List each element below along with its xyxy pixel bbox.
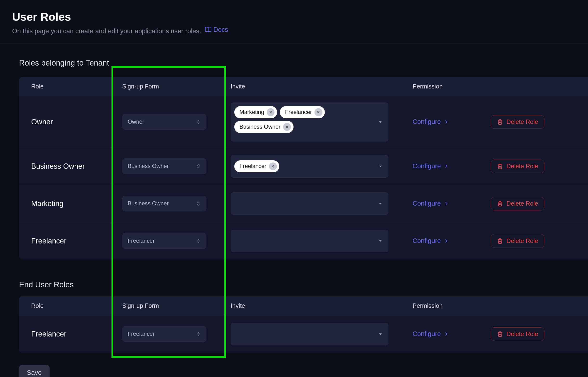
svg-marker-8 xyxy=(379,121,382,123)
role-name: Business Owner xyxy=(31,162,85,170)
delete-role-button[interactable]: Delete Role xyxy=(491,197,545,211)
page-title: User Roles xyxy=(12,10,228,24)
configure-link[interactable]: Configure xyxy=(413,237,450,245)
signup-select[interactable]: Freelancer xyxy=(122,326,206,342)
invite-tag: Business Owner xyxy=(234,121,294,133)
updown-icon xyxy=(196,238,201,244)
trash-icon xyxy=(497,331,503,337)
docs-link[interactable]: Docs xyxy=(205,26,228,34)
svg-marker-13 xyxy=(379,240,382,242)
role-name: Owner xyxy=(31,118,53,126)
chevron-right-icon xyxy=(443,119,449,125)
book-icon xyxy=(205,26,212,33)
section-title-tenant: Roles belonging to Tenant xyxy=(19,59,109,68)
remove-tag-icon[interactable] xyxy=(314,108,322,116)
invite-multiselect[interactable]: MarketingFreelancerBusiness Owner xyxy=(231,102,388,141)
caret-down-icon xyxy=(378,201,383,206)
invite-multiselect[interactable]: Freelancer xyxy=(231,155,388,178)
table-row: Business OwnerBusiness OwnerFreelancerCo… xyxy=(19,148,588,185)
signup-select[interactable]: Owner xyxy=(122,114,206,130)
configure-link[interactable]: Configure xyxy=(413,163,450,170)
updown-icon xyxy=(196,164,201,169)
updown-icon xyxy=(196,201,201,206)
remove-tag-icon[interactable] xyxy=(269,163,277,170)
col-signup: Sign-up Form xyxy=(110,296,218,315)
invite-tag: Freelancer xyxy=(234,160,279,172)
svg-marker-14 xyxy=(379,333,382,335)
invite-multiselect[interactable] xyxy=(231,230,388,252)
invite-tag: Freelancer xyxy=(280,106,325,118)
caret-down-icon xyxy=(378,238,383,244)
delete-role-button[interactable]: Delete Role xyxy=(491,234,545,247)
section-title-enduser: End User Roles xyxy=(19,280,74,289)
signup-select[interactable]: Business Owner xyxy=(122,158,206,174)
col-permission: Permission xyxy=(400,77,478,96)
delete-role-button[interactable]: Delete Role xyxy=(491,327,545,341)
caret-down-icon xyxy=(378,119,383,125)
page-subtitle: On this page you can create and edit you… xyxy=(12,26,228,35)
invite-tag: Marketing xyxy=(234,106,277,118)
trash-icon xyxy=(497,119,503,125)
configure-link[interactable]: Configure xyxy=(413,330,450,338)
updown-icon xyxy=(196,119,201,125)
col-invite: Invite xyxy=(218,77,400,96)
col-permission: Permission xyxy=(400,296,478,315)
col-role: Role xyxy=(19,77,110,96)
save-button[interactable]: Save xyxy=(19,365,49,377)
caret-down-icon xyxy=(378,331,383,337)
table-row: FreelancerFreelancerConfigureDelete Role xyxy=(19,315,588,353)
trash-icon xyxy=(497,163,503,169)
configure-link[interactable]: Configure xyxy=(413,200,450,207)
table-row: FreelancerFreelancerConfigureDelete Role xyxy=(19,222,588,259)
delete-role-button[interactable]: Delete Role xyxy=(491,115,545,129)
updown-icon xyxy=(196,331,201,337)
remove-tag-icon[interactable] xyxy=(283,123,291,131)
configure-link[interactable]: Configure xyxy=(413,118,450,126)
col-role: Role xyxy=(19,296,110,315)
role-name: Freelancer xyxy=(31,237,67,245)
col-signup: Sign-up Form xyxy=(110,77,218,96)
col-invite: Invite xyxy=(218,296,400,315)
remove-tag-icon[interactable] xyxy=(267,108,275,116)
role-name: Marketing xyxy=(31,199,64,208)
delete-role-button[interactable]: Delete Role xyxy=(491,160,545,173)
trash-icon xyxy=(497,238,503,244)
invite-multiselect[interactable] xyxy=(231,192,388,215)
table-row: MarketingBusiness OwnerConfigureDelete R… xyxy=(19,185,588,222)
chevron-right-icon xyxy=(443,163,449,169)
table-row: OwnerOwnerMarketingFreelancerBusiness Ow… xyxy=(19,96,588,148)
role-name: Freelancer xyxy=(31,330,67,338)
trash-icon xyxy=(497,200,503,207)
chevron-right-icon xyxy=(443,238,449,244)
signup-select[interactable]: Business Owner xyxy=(122,196,206,212)
chevron-right-icon xyxy=(443,331,449,337)
invite-multiselect[interactable] xyxy=(231,323,388,345)
signup-select[interactable]: Freelancer xyxy=(122,233,206,249)
caret-down-icon xyxy=(378,164,383,169)
svg-marker-11 xyxy=(379,165,382,167)
chevron-right-icon xyxy=(443,200,449,207)
svg-marker-12 xyxy=(379,203,382,204)
